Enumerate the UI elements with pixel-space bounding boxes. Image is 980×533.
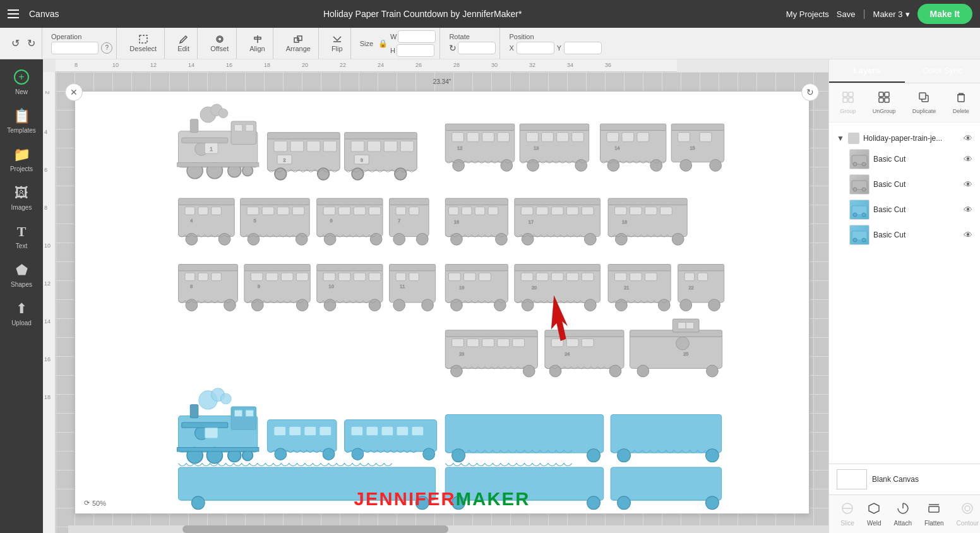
svg-point-294	[853, 162, 857, 166]
offset-button[interactable]: Offset	[206, 32, 232, 55]
deselect-group: Deselect	[122, 28, 165, 59]
ruler-tick: 16	[226, 62, 232, 68]
svg-rect-97	[323, 207, 335, 215]
tab-layers[interactable]: Layers	[829, 59, 905, 83]
svg-rect-135	[660, 207, 672, 215]
zoom-indicator[interactable]: ⟳ 50%	[80, 498, 110, 508]
horizontal-scrollbar[interactable]	[68, 525, 828, 533]
svg-rect-181	[515, 264, 601, 270]
layer-visibility-1-icon[interactable]: 👁	[964, 154, 972, 164]
layer-group-visibility-icon[interactable]: 👁	[964, 133, 972, 143]
sidebar-item-text[interactable]: T Text	[3, 219, 40, 255]
svg-rect-30	[323, 141, 337, 152]
delete-button[interactable]: Delete	[948, 88, 974, 117]
layer-group-name: Holiday-paper-train-je...	[863, 134, 960, 143]
svg-point-270	[191, 496, 205, 510]
width-input[interactable]: 23.34 ⬆⬇	[398, 30, 436, 43]
left-sidebar: + New 📋 Templates 📁 Projects 🖼 Images T …	[0, 59, 43, 533]
save-button[interactable]: Save	[837, 9, 856, 19]
sidebar-item-images[interactable]: 🖼 Images	[3, 180, 40, 216]
svg-rect-48	[467, 133, 479, 142]
svg-rect-99	[354, 207, 366, 215]
layer-group-header[interactable]: ▼ Holiday-paper-train-je... 👁	[834, 130, 975, 147]
svg-text:11: 11	[400, 284, 405, 289]
ruler-tick: 34	[567, 62, 573, 68]
undo-button[interactable]: ↺	[9, 35, 22, 52]
help-button[interactable]: ?	[101, 42, 112, 54]
slice-button[interactable]: Slice	[834, 499, 861, 529]
arrange-button[interactable]: Arrange	[282, 32, 314, 55]
svg-rect-50	[498, 133, 510, 142]
svg-point-297	[853, 188, 857, 191]
sidebar-item-projects[interactable]: 📁 Projects	[3, 141, 40, 177]
hamburger-menu[interactable]	[8, 9, 19, 18]
tab-color-sync[interactable]: Color Sync	[905, 59, 981, 83]
sidebar-new-label: New	[15, 88, 28, 95]
contour-button[interactable]: Contour	[950, 499, 980, 529]
layer-thumbnail-4	[849, 225, 869, 245]
sidebar-item-shapes[interactable]: ⬟ Shapes	[3, 257, 40, 293]
layer-item-1[interactable]: Basic Cut 👁	[834, 147, 975, 172]
svg-rect-66	[622, 133, 634, 142]
svg-rect-238	[246, 410, 254, 416]
layer-tree: ▼ Holiday-paper-train-je... 👁 Basic Cut …	[829, 123, 980, 464]
attach-button[interactable]: Attach	[888, 499, 918, 529]
layer-item-4[interactable]: Basic Cut 👁	[834, 222, 975, 248]
y-value: 1.968	[567, 44, 586, 52]
layer-item-2[interactable]: Basic Cut 👁	[834, 172, 975, 197]
rotate-label: Rotate	[449, 33, 496, 40]
svg-rect-115	[475, 207, 485, 215]
weld-button[interactable]: Weld	[861, 499, 888, 529]
svg-rect-89	[262, 207, 274, 215]
svg-rect-132	[614, 207, 626, 215]
height-input[interactable]: 22.365 ⬆⬇	[397, 44, 434, 57]
canvas-background[interactable]: 23.34" 22.365" ✕ ↻	[56, 72, 828, 533]
deselect-button[interactable]: Deselect	[126, 32, 160, 55]
align-button[interactable]: Align	[246, 32, 268, 55]
canvas-rotate-button[interactable]: ↻	[801, 83, 819, 101]
width-value: 23.34	[401, 32, 420, 41]
svg-text:22: 22	[688, 285, 693, 290]
svg-rect-149	[251, 273, 263, 281]
layer-name-4: Basic Cut	[873, 231, 960, 239]
flip-button[interactable]: Flip	[328, 32, 347, 55]
sidebar-item-upload[interactable]: ⬆ Upload	[3, 296, 40, 332]
group-button[interactable]: Group	[835, 88, 861, 117]
svg-rect-258	[381, 426, 393, 436]
maker-selector-button[interactable]: Maker 3 ▾	[873, 9, 910, 19]
operation-select[interactable]: Basic Cut ▾	[51, 42, 99, 54]
ungroup-button[interactable]: UnGroup	[868, 88, 901, 117]
canvas-close-button[interactable]: ✕	[65, 83, 83, 101]
my-projects-button[interactable]: My Projects	[786, 9, 829, 19]
svg-rect-182	[521, 273, 533, 281]
sidebar-item-templates[interactable]: 📋 Templates	[3, 103, 40, 139]
sidebar-item-new[interactable]: + New	[3, 64, 40, 100]
layer-visibility-3-icon[interactable]: 👁	[964, 205, 972, 215]
svg-point-298	[862, 188, 866, 191]
svg-text:14: 14	[615, 145, 620, 151]
layer-visibility-2-icon[interactable]: 👁	[964, 179, 972, 189]
redo-button[interactable]: ↻	[25, 35, 38, 52]
layer-item-3[interactable]: Basic Cut 👁	[834, 197, 975, 222]
y-label: Y	[557, 44, 561, 52]
svg-rect-122	[521, 207, 533, 215]
flatten-button[interactable]: Flatten	[918, 499, 950, 529]
canvas-area[interactable]: 8 10 12 14 16 18 20 22 24 26 28 30 32 34…	[43, 59, 828, 533]
svg-text:JENNIFERMAKER: JENNIFERMAKER	[354, 489, 530, 509]
svg-point-171	[422, 299, 434, 311]
ruler-tick: 24	[378, 62, 384, 68]
svg-rect-0	[140, 35, 147, 43]
sidebar-upload-label: Upload	[11, 320, 32, 326]
svg-rect-26	[267, 133, 340, 139]
rotate-input[interactable]: 0 ⬆⬇	[458, 42, 496, 54]
x-input[interactable]: 10.777 ⬆⬇	[517, 42, 554, 54]
layer-visibility-4-icon[interactable]: 👁	[964, 230, 972, 240]
duplicate-button[interactable]: Duplicate	[907, 88, 941, 117]
scrollbar-thumb-horizontal[interactable]	[182, 525, 448, 533]
svg-point-196	[616, 299, 628, 311]
y-input[interactable]: 1.968 ⬆⬇	[564, 42, 602, 54]
svg-text:2: 2	[284, 157, 286, 163]
edit-button[interactable]: Edit	[174, 32, 193, 55]
svg-rect-65	[607, 133, 619, 142]
make-it-button[interactable]: Make It	[917, 4, 972, 24]
